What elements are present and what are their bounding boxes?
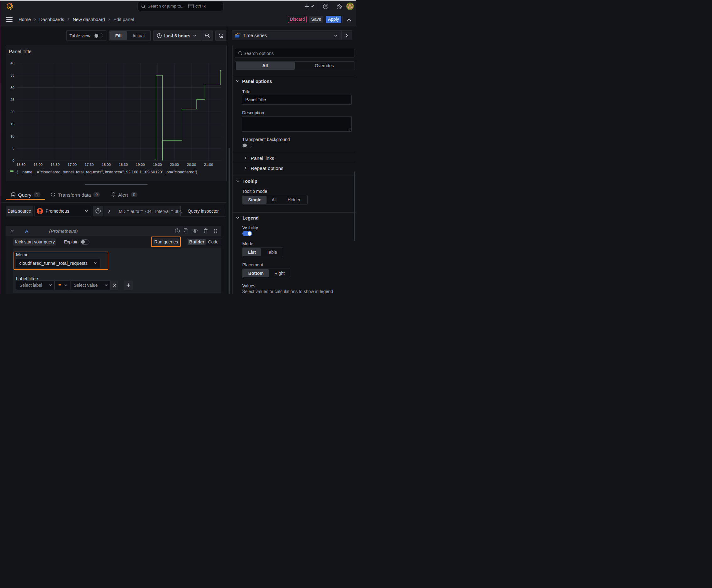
svg-text:40: 40 bbox=[10, 61, 15, 65]
svg-text:25: 25 bbox=[10, 98, 15, 102]
svg-text:19:30: 19:30 bbox=[153, 163, 162, 166]
svg-text:15:30: 15:30 bbox=[17, 163, 26, 166]
svg-text:17:30: 17:30 bbox=[85, 163, 94, 166]
svg-text:18:00: 18:00 bbox=[102, 163, 111, 166]
svg-text:15: 15 bbox=[10, 122, 15, 126]
svg-text:16:30: 16:30 bbox=[50, 163, 60, 166]
svg-text:30: 30 bbox=[10, 86, 15, 89]
svg-text:5: 5 bbox=[13, 146, 15, 150]
svg-text:19:00: 19:00 bbox=[136, 163, 145, 166]
svg-text:10: 10 bbox=[10, 134, 15, 138]
svg-text:0: 0 bbox=[13, 159, 15, 162]
svg-text:17:00: 17:00 bbox=[67, 163, 77, 166]
svg-text:20:30: 20:30 bbox=[187, 163, 196, 166]
svg-text:35: 35 bbox=[10, 74, 15, 77]
svg-text:18:30: 18:30 bbox=[118, 163, 128, 166]
svg-text:16:00: 16:00 bbox=[34, 163, 43, 166]
svg-text:20:00: 20:00 bbox=[170, 163, 179, 166]
svg-text:20: 20 bbox=[10, 110, 15, 114]
svg-text:21:00: 21:00 bbox=[204, 163, 213, 166]
